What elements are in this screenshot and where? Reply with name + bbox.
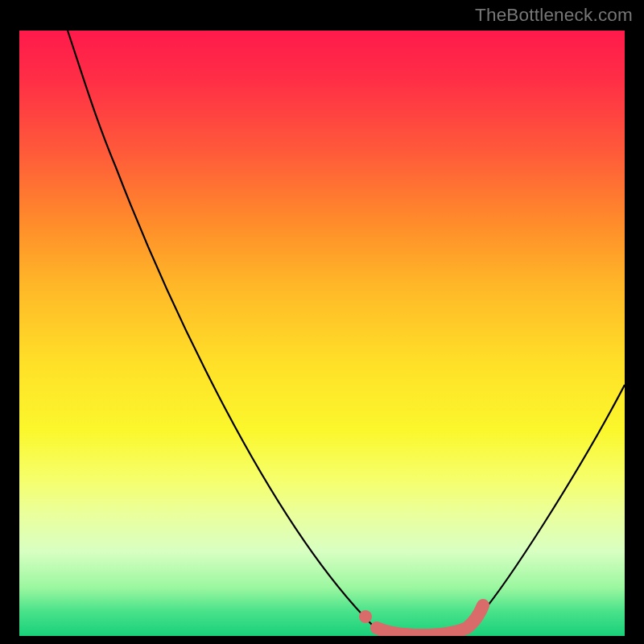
chart-svg xyxy=(19,31,625,636)
highlight-dot xyxy=(359,610,372,623)
bottleneck-curve xyxy=(68,31,625,636)
watermark-label: TheBottleneck.com xyxy=(475,5,633,26)
bottleneck-chart xyxy=(19,31,625,636)
highlight-segment xyxy=(377,605,483,635)
